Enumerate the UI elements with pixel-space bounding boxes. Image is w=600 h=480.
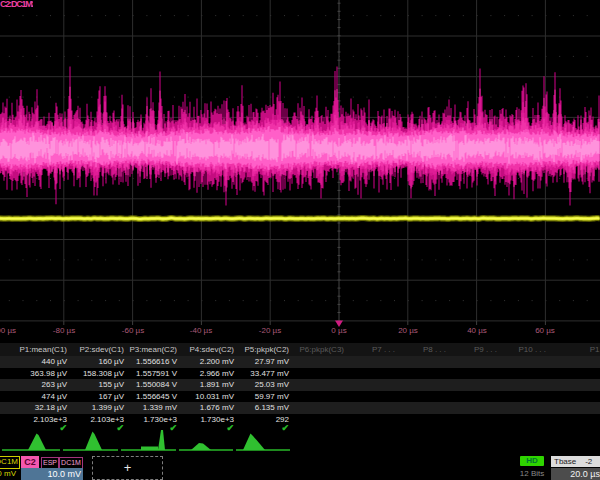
svg-text:40 µs: 40 µs: [467, 326, 487, 335]
svg-text:00 µs: 00 µs: [0, 326, 16, 335]
svg-text:-60 µs: -60 µs: [122, 326, 144, 335]
svg-text:-40 µs: -40 µs: [190, 326, 212, 335]
svg-text:60 µs: 60 µs: [535, 326, 555, 335]
svg-text:-80 µs: -80 µs: [53, 326, 75, 335]
svg-text:-20 µs: -20 µs: [259, 326, 281, 335]
svg-text:20 µs: 20 µs: [398, 326, 418, 335]
svg-text:0 µs: 0 µs: [331, 326, 346, 335]
